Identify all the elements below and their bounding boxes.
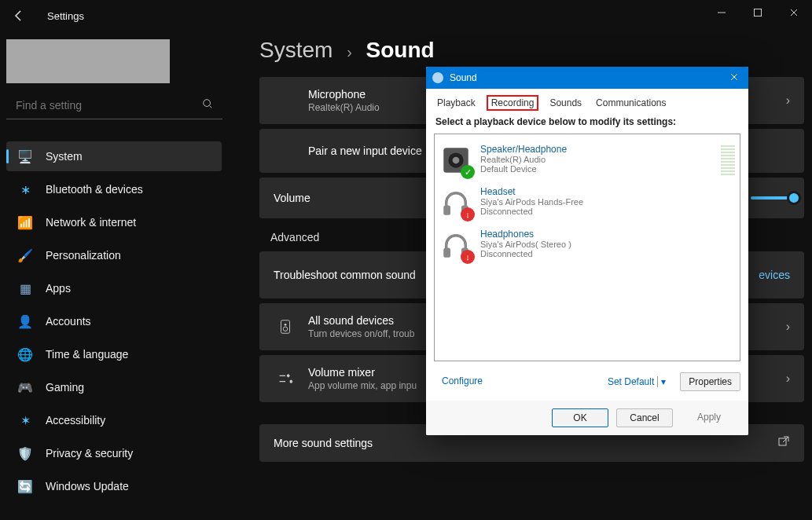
speaker-settings-icon — [274, 318, 297, 335]
mixer-icon — [274, 370, 297, 387]
nav-icon: 🎮 — [17, 379, 33, 395]
device-row[interactable]: ↓HeadsetSiya's AirPods Hands-FreeDisconn… — [439, 181, 735, 224]
nav-label: Personalization — [46, 249, 121, 262]
dialog-titlebar[interactable]: Sound — [426, 67, 748, 89]
dialog-close-button[interactable] — [726, 72, 742, 84]
nav-icon: ✶ — [17, 412, 33, 428]
set-default-button[interactable]: Set Default ▾ — [600, 372, 674, 391]
nav-label: Network & internet — [46, 216, 136, 229]
configure-button[interactable]: Configure — [434, 372, 491, 391]
breadcrumb-root[interactable]: System — [259, 38, 333, 62]
sidebar-item-apps[interactable]: ▦Apps — [6, 273, 222, 303]
device-list[interactable]: ✓Speaker/HeadphoneRealtek(R) AudioDefaul… — [434, 134, 740, 361]
troubleshoot-label: Troubleshoot common sound — [274, 269, 416, 281]
dropdown-icon[interactable]: ▾ — [657, 376, 666, 387]
breadcrumb-leaf: Sound — [366, 38, 435, 62]
device-driver: Siya's AirPods Hands-Free — [480, 197, 583, 207]
sidebar-item-windows-update[interactable]: 🔄Windows Update — [6, 471, 222, 501]
mixer-title: Volume mixer — [308, 366, 417, 379]
device-status: Disconnected — [480, 207, 583, 216]
sidebar-item-network-internet[interactable]: 📶Network & internet — [6, 207, 222, 237]
tab-communications[interactable]: Communications — [593, 95, 669, 111]
microphone-sub: Realtek(R) Audio — [308, 102, 380, 113]
volume-slider[interactable] — [751, 196, 790, 200]
device-driver: Siya's AirPods( Stereo ) — [480, 240, 571, 249]
nav-icon: 🛡️ — [17, 445, 33, 461]
nav-icon: 🖥️ — [17, 148, 33, 164]
close-button[interactable] — [776, 0, 812, 25]
svg-rect-13 — [443, 248, 450, 258]
mixer-sub: App volume mix, app inpu — [308, 380, 417, 391]
device-icon: ✓ — [439, 144, 472, 177]
sidebar: 🖥️System∗Bluetooth & devices📶Network & i… — [0, 31, 228, 511]
device-icon: ↓ — [439, 186, 472, 219]
svg-rect-11 — [443, 206, 450, 215]
sidebar-item-accessibility[interactable]: ✶Accessibility — [6, 405, 222, 435]
device-row[interactable]: ✓Speaker/HeadphoneRealtek(R) AudioDefaul… — [439, 139, 735, 181]
devices-link[interactable]: evices — [759, 269, 790, 281]
ok-button[interactable]: OK — [552, 408, 608, 427]
all-devices-title: All sound devices — [308, 314, 414, 327]
device-status: Default Device — [480, 164, 567, 174]
check-icon: ✓ — [461, 165, 475, 179]
sidebar-item-time-language[interactable]: 🌐Time & language — [6, 339, 222, 369]
all-devices-sub: Turn devices on/off, troub — [308, 328, 414, 339]
sidebar-item-bluetooth-devices[interactable]: ∗Bluetooth & devices — [6, 174, 222, 204]
app-title: Settings — [47, 10, 84, 22]
sidebar-item-system[interactable]: 🖥️System — [6, 141, 222, 171]
search-input[interactable] — [16, 99, 202, 112]
sidebar-item-personalization[interactable]: 🖌️Personalization — [6, 240, 222, 270]
svg-point-10 — [453, 157, 460, 164]
nav-label: Privacy & security — [46, 447, 133, 460]
nav-icon: 🔄 — [17, 478, 33, 494]
nav-label: Accessibility — [46, 414, 105, 427]
svg-rect-7 — [779, 438, 786, 445]
nav-list: 🖥️System∗Bluetooth & devices📶Network & i… — [6, 141, 222, 501]
maximize-button[interactable] — [740, 0, 776, 25]
dialog-instruction: Select a playback device below to modify… — [435, 116, 740, 127]
nav-label: Windows Update — [46, 480, 129, 493]
chevron-right-icon: › — [786, 320, 790, 334]
device-icon: ↓ — [439, 229, 472, 262]
minimize-button[interactable] — [704, 0, 740, 25]
svg-point-1 — [204, 99, 211, 106]
svg-point-5 — [287, 375, 290, 378]
nav-label: Accounts — [46, 315, 91, 328]
device-driver: Realtek(R) Audio — [480, 155, 567, 164]
properties-button[interactable]: Properties — [680, 372, 740, 391]
device-name: Speaker/Headphone — [480, 144, 567, 155]
search-field[interactable] — [6, 91, 222, 119]
titlebar: Settings — [0, 0, 812, 31]
breadcrumb-sep: › — [347, 43, 352, 60]
back-button[interactable] — [9, 6, 28, 25]
down-arrow-icon: ↓ — [461, 207, 475, 222]
svg-point-6 — [290, 380, 293, 383]
level-meter — [721, 144, 735, 177]
search-icon — [202, 98, 213, 112]
tab-sounds[interactable]: Sounds — [546, 95, 585, 111]
nav-label: Apps — [46, 282, 71, 295]
chevron-right-icon: › — [786, 372, 790, 386]
sidebar-item-accounts[interactable]: 👤Accounts — [6, 306, 222, 336]
tab-recording[interactable]: Recording — [487, 95, 539, 111]
tab-playback[interactable]: Playback — [434, 95, 479, 111]
profile-block — [6, 39, 170, 83]
volume-label: Volume — [274, 192, 310, 204]
volume-slider-thumb[interactable] — [787, 191, 801, 205]
cancel-button[interactable]: Cancel — [616, 408, 673, 427]
svg-point-4 — [283, 327, 288, 331]
device-name: Headphones — [480, 229, 571, 240]
nav-icon: 🖌️ — [17, 247, 33, 263]
device-status: Disconnected — [480, 249, 571, 258]
down-arrow-icon: ↓ — [461, 250, 475, 264]
sidebar-item-privacy-security[interactable]: 🛡️Privacy & security — [6, 438, 222, 468]
svg-rect-0 — [755, 9, 762, 16]
sidebar-item-gaming[interactable]: 🎮Gaming — [6, 372, 222, 402]
microphone-title: Microphone — [308, 88, 380, 101]
nav-icon: 📶 — [17, 214, 33, 230]
device-name: Headset — [480, 186, 583, 197]
breadcrumb: System › Sound — [259, 38, 804, 63]
apply-button[interactable]: Apply — [681, 408, 737, 427]
svg-point-3 — [285, 324, 287, 326]
device-row[interactable]: ↓HeadphonesSiya's AirPods( Stereo )Disco… — [439, 224, 735, 266]
